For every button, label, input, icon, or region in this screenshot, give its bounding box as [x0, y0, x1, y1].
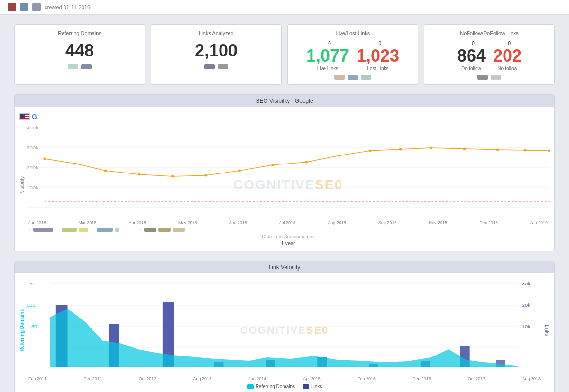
seo-chart-body: G Visibility COGNITIVESE0 400k 3: [15, 107, 554, 251]
legend-swatch-6: [144, 228, 156, 232]
x-label-dec18: Dec 2018: [479, 220, 498, 225]
stat-cards-row: Referring Domains 448 Links Analyzed 2,1…: [14, 24, 555, 85]
svg-text:100k: 100k: [27, 185, 39, 190]
svg-point-19: [73, 163, 76, 165]
referring-domains-title: Referring Domains: [22, 30, 137, 36]
x-label-may18: May 2018: [178, 220, 197, 225]
nofollow-title: NoFollow/DoFollow Links: [432, 30, 547, 36]
seo-data-source: Data from Searchmetrics: [27, 234, 550, 239]
legend-swatch-8: [173, 228, 185, 232]
swatch-rd-2: [81, 64, 92, 69]
svg-point-33: [523, 149, 526, 152]
svg-point-18: [43, 158, 46, 160]
swatch-ll-2: [348, 75, 358, 80]
seo-chart-area: COGNITIVESE0 400k 300k 200k 100k: [27, 123, 550, 246]
svg-text:400k: 400k: [27, 126, 39, 130]
x-label-apr18: Apr 2018: [128, 220, 146, 225]
dofollow-delta: – 0: [457, 41, 486, 46]
lost-value: 1,023: [357, 46, 399, 66]
svg-point-30: [430, 147, 432, 149]
top-bar: created 01-11-2016: [0, 0, 569, 15]
seo-period: 1 year: [27, 240, 550, 246]
live-lost-title: Live/Lost Links: [295, 30, 410, 36]
nofollow-card: NoFollow/DoFollow Links – 0 864 Do-follo…: [424, 24, 555, 85]
lv-legend: Referring Domains Links: [19, 384, 550, 389]
swatch-ll-3: [361, 75, 371, 80]
dofollow-value: 864: [457, 46, 486, 66]
seo-x-axis-labels: Jan 2018 Mar 2018 Apr 2018 May 2018 Jun …: [27, 220, 550, 225]
lv-swatch-rd: [247, 384, 254, 389]
nofollow-value: 202: [493, 46, 522, 66]
lv-swatch-links: [303, 384, 309, 389]
svg-point-20: [104, 170, 107, 172]
seo-chart-header: SEO Visibility - Google: [15, 95, 554, 107]
seo-y-axis-label: Visibility: [19, 176, 25, 193]
swatch-la-1: [204, 64, 215, 69]
live-lost-card: Live/Lost Links – 0 1,077 Live Links – 0…: [287, 24, 418, 85]
nofollow-swatches: [432, 75, 547, 80]
x-lv-apr15: Apr 2015: [303, 376, 321, 381]
svg-text:300k: 300k: [27, 146, 39, 150]
live-label: Live Links: [306, 66, 349, 71]
svg-point-23: [204, 174, 207, 177]
legend-arrow-2: →: [55, 227, 60, 232]
x-label-sep18: Sep 2018: [378, 220, 397, 225]
x-label-jun18: Jun 2018: [229, 220, 247, 225]
links-analyzed-value: 2,100: [159, 41, 274, 61]
legend-swatch-5: [115, 228, 119, 232]
swatch-ll-1: [334, 75, 345, 80]
svg-point-32: [496, 149, 499, 151]
svg-point-22: [171, 175, 174, 178]
x-label-jul18: Jul 2018: [279, 220, 295, 225]
svg-rect-5: [20, 119, 30, 119]
dofollow-item: – 0 864 Do-follow: [457, 41, 486, 71]
google-icon: G: [32, 113, 37, 120]
nofollow-delta: – 0: [493, 41, 522, 46]
swatch-rd-1: [68, 64, 78, 69]
lv-chart-body: Referring Domains COGNITIVESE0 150 100 5…: [15, 273, 554, 392]
lv-x-axis-labels: Feb 2011 Dec 2011 Oct 2012 Aug 2013 Jun …: [27, 376, 542, 381]
lv-y-left-label: Referring Domains: [19, 309, 25, 351]
legend-arrow-3: →: [90, 227, 95, 232]
x-label-jan18: Jan 2018: [28, 220, 46, 225]
legend-swatch-1: [33, 228, 53, 232]
svg-point-25: [271, 164, 274, 166]
svg-rect-7: [20, 114, 25, 118]
x-lv-oct17: Oct 2017: [468, 376, 486, 381]
svg-point-27: [338, 155, 341, 157]
swatch-1: [8, 3, 16, 11]
live-links-item: – 0 1,077 Live Links: [306, 41, 349, 71]
lv-svg-wrapper: Referring Domains COGNITIVESE0 150 100 5…: [19, 279, 550, 381]
legend-arrow-4: →: [138, 227, 142, 232]
x-label-aug18: Aug 2018: [328, 220, 346, 225]
lv-legend-rd: Referring Domains: [247, 384, 295, 389]
chart-icons: G: [19, 113, 550, 120]
x-lv-aug13: Aug 2013: [193, 376, 211, 381]
referring-domains-value: 448: [22, 41, 137, 61]
x-lv-feb11: Feb 2011: [28, 376, 46, 381]
svg-point-24: [238, 170, 241, 172]
legend-swatch-3: [79, 228, 88, 232]
x-lv-jun14: Jun 2014: [248, 376, 266, 381]
x-lv-dec11: Dec 2011: [83, 376, 102, 381]
svg-point-34: [548, 150, 550, 152]
lost-label: Lost Links: [357, 66, 399, 71]
swatch-3: [32, 3, 41, 11]
seo-legend-row: → → → →: [27, 227, 550, 232]
legend-swatch-7: [158, 228, 171, 232]
live-lost-swatches: [295, 75, 410, 80]
live-lost-inner: – 0 1,077 Live Links – 0 1,023 Lost Link…: [295, 41, 410, 71]
x-lv-aug18: Aug 2018: [522, 376, 541, 381]
referring-domains-swatches: [22, 64, 137, 69]
swatch-nf-2: [491, 75, 501, 80]
lv-label-links: Links: [311, 384, 322, 389]
svg-text:50: 50: [31, 324, 37, 329]
swatch-nf-1: [477, 75, 488, 80]
svg-point-28: [368, 150, 371, 152]
svg-text:100: 100: [27, 303, 36, 308]
svg-point-26: [305, 161, 308, 164]
live-value: 1,077: [306, 46, 349, 66]
swatch-2: [20, 3, 28, 11]
svg-text:10k: 10k: [522, 324, 531, 329]
svg-text:150: 150: [27, 282, 36, 286]
